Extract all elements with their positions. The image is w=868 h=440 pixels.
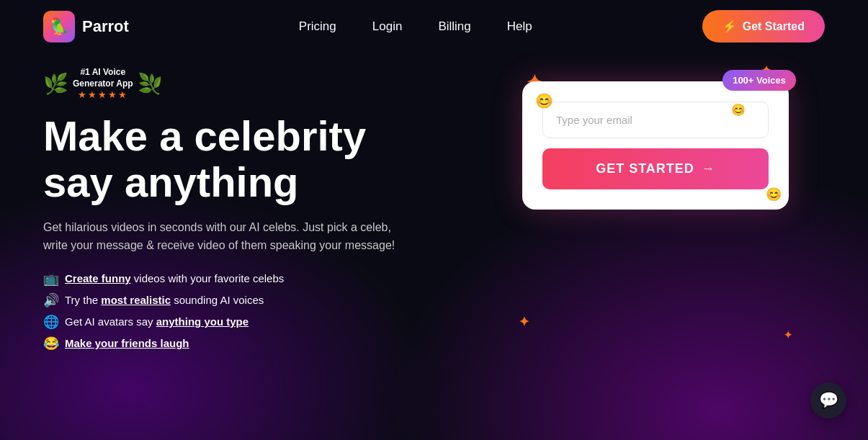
card-cta-arrow: →: [702, 161, 715, 176]
sparkle-icon-3: ✦: [519, 314, 529, 330]
award-title: #1 AI Voice Generator App: [73, 67, 133, 89]
laugh-icon: 😂: [43, 336, 59, 351]
audio-icon: 🔊: [43, 292, 59, 308]
feature-item-1: 📺 Create funny videos with your favorite…: [43, 271, 461, 287]
email-card: 100+ Voices 😊 😊 😊 GET STARTED →: [522, 81, 789, 210]
right-content: ✦ ✦ ✦ ✦ 100+ Voices 😊 😊 😊 GET STARTED →: [504, 67, 807, 351]
left-content: 🌿 #1 AI Voice Generator App ★★★★★ 🌿 Make…: [43, 67, 461, 351]
laurel-right-icon: 🌿: [138, 72, 163, 96]
bolt-icon: ⚡: [722, 19, 737, 33]
nav-links: Pricing Login Billing Help: [299, 19, 532, 34]
award-text: #1 AI Voice Generator App ★★★★★: [73, 67, 133, 100]
feature-item-4: 😂 Make your friends laugh: [43, 336, 461, 351]
feature-item-3: 🌐 Get AI avatars say anything you type: [43, 314, 461, 330]
avatar-icon: 🌐: [43, 314, 59, 330]
brand-name: Parrot: [82, 17, 129, 36]
get-started-button[interactable]: ⚡ Get Started: [702, 10, 825, 42]
main-content: 🌿 #1 AI Voice Generator App ★★★★★ 🌿 Make…: [0, 53, 868, 351]
hero-subtext: Get hilarious videos in seconds with our…: [43, 218, 403, 255]
feature-list: 📺 Create funny videos with your favorite…: [43, 271, 461, 351]
voices-badge: 100+ Voices: [722, 70, 796, 91]
emoji-bottom-right: 😊: [766, 187, 782, 202]
nav-pricing[interactable]: Pricing: [299, 19, 336, 34]
nav-help[interactable]: Help: [507, 19, 532, 34]
nav-login[interactable]: Login: [372, 19, 403, 34]
chat-button[interactable]: 💬: [810, 382, 846, 418]
award-stars: ★★★★★: [73, 89, 133, 100]
video-icon: 📺: [43, 271, 59, 287]
chat-icon: 💬: [819, 391, 838, 410]
award-badge: 🌿 #1 AI Voice Generator App ★★★★★ 🌿: [43, 67, 461, 100]
hero-headline: Make a celebrity say anything: [43, 113, 461, 205]
nav-billing[interactable]: Billing: [438, 19, 470, 34]
brand: 🦜 Parrot: [43, 11, 129, 42]
laurel-left-icon: 🌿: [43, 72, 68, 96]
emoji-top-right: 😊: [731, 103, 746, 117]
card-cta-label: GET STARTED: [596, 161, 694, 176]
emoji-top-left: 😊: [535, 92, 553, 109]
feature-item-2: 🔊 Try the most realistic sounding AI voi…: [43, 292, 461, 308]
brand-logo: 🦜: [43, 11, 75, 42]
parrot-icon: 🦜: [50, 17, 69, 36]
card-get-started-button[interactable]: GET STARTED →: [542, 148, 769, 189]
navbar: 🦜 Parrot Pricing Login Billing Help ⚡ Ge…: [0, 0, 868, 53]
get-started-label: Get Started: [743, 20, 805, 33]
sparkle-icon-4: ✦: [784, 329, 792, 341]
